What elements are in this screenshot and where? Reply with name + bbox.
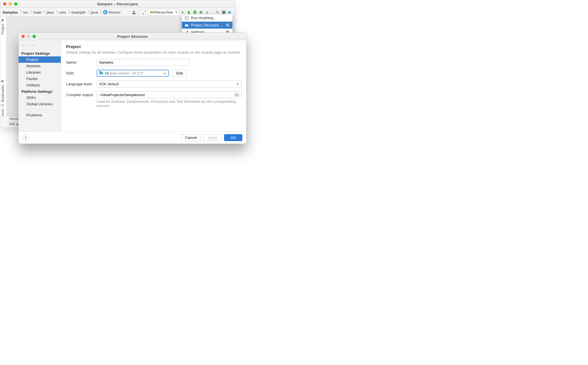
dialog-titlebar: Project Structure — [19, 33, 246, 40]
menu-label: Project Structure… — [191, 23, 223, 27]
help-icon[interactable]: ? — [22, 135, 29, 141]
breadcrumb-item[interactable]: src — [23, 10, 28, 14]
hammer-icon[interactable] — [142, 9, 147, 15]
sidebar-item-project[interactable]: Project — [19, 56, 61, 63]
menu-shortcut: ⌘; — [226, 23, 230, 27]
ok-button[interactable]: OK — [224, 134, 242, 141]
svg-rect-0 — [206, 11, 208, 13]
project-toolwindow-tab[interactable]: Project — [1, 19, 5, 34]
run-config-combo[interactable]: PersonTest — [148, 9, 179, 16]
sidebar-item-facets[interactable]: Facets — [19, 76, 61, 82]
browse-folder-icon[interactable] — [235, 93, 239, 97]
breadcrumb-class: Person — [109, 10, 120, 14]
apply-button[interactable]: Apply — [204, 134, 222, 141]
page-heading: Project — [66, 44, 241, 49]
vtab-label: Bookmarks — [1, 85, 5, 102]
breadcrumb-item[interactable]: example — [71, 10, 86, 14]
compiler-output-input[interactable] — [97, 91, 241, 98]
sidebar-separator — [21, 109, 58, 110]
dialog-footer: ? Cancel Apply OK — [19, 131, 246, 144]
edit-sdk-button[interactable]: Edit — [172, 70, 187, 77]
chevron-icon — [67, 10, 70, 14]
breadcrumb-item[interactable]: Samples — [2, 10, 18, 14]
sidebar-heading: Platform Settings — [19, 88, 61, 94]
run-config-label: PersonTest — [155, 10, 173, 14]
chevron-down-icon — [237, 84, 239, 85]
name-label: Name: — [66, 60, 97, 64]
breadcrumb-item[interactable]: java — [47, 10, 54, 14]
chevron-icon — [99, 10, 102, 14]
sidebar-item-sdks[interactable]: SDKs — [19, 94, 61, 101]
menu-project-structure[interactable]: Project Structure… ⌘; — [182, 22, 232, 29]
chevron-down-icon — [164, 73, 166, 74]
cancel-button[interactable]: Cancel — [181, 134, 201, 141]
titlebar: Samples – Person.java — [0, 0, 235, 8]
compiler-output-label: Compiler output: — [66, 93, 97, 97]
sdk-label: SDK: — [66, 71, 97, 75]
tool-window-strip: Project Bookmarks Structure — [0, 17, 6, 117]
project-structure-dialog: Project Structure ← → Project Settings P… — [18, 32, 247, 144]
sidebar-item-modules[interactable]: Modules — [19, 63, 61, 69]
sidebar-heading: Project Settings — [19, 50, 61, 56]
class-icon: C — [103, 10, 107, 14]
sidebar-item-global-libraries[interactable]: Global Libraries — [19, 101, 61, 107]
language-level-value: SDK default — [99, 82, 119, 86]
menu-run-anything[interactable]: Run Anything… — [182, 14, 232, 21]
menu-label: Run Anything… — [191, 16, 217, 20]
bookmarks-toolwindow-tab[interactable]: Bookmarks — [1, 80, 5, 102]
window-title: Samples – Person.java — [0, 2, 235, 6]
breadcrumb-item[interactable]: main — [34, 10, 42, 14]
user-icon[interactable] — [131, 9, 137, 15]
language-level-label: Language level: — [66, 82, 97, 86]
chevron-icon — [87, 10, 89, 14]
run-config-icon — [150, 11, 153, 14]
breadcrumb-item[interactable]: java — [91, 10, 98, 14]
chevron-icon — [43, 10, 46, 14]
svg-rect-1 — [185, 17, 188, 19]
sidebar-item-libraries[interactable]: Libraries — [19, 69, 61, 76]
chevron-icon — [55, 10, 58, 14]
sdk-combo[interactable]: 18java version "18.0.2" — [97, 70, 169, 77]
chevron-icon — [19, 10, 22, 14]
vtab-label: Project — [1, 24, 5, 34]
dialog-main: Project Default settings for all modules… — [61, 40, 246, 132]
page-description: Default settings for all modules. Config… — [66, 50, 241, 54]
folder-icon — [99, 71, 103, 75]
compiler-output-hint: Used for modules' subdirectories, Produc… — [97, 99, 241, 108]
breadcrumb-item[interactable]: com — [59, 10, 66, 14]
chevron-down-icon — [175, 12, 177, 13]
terminal-icon — [184, 16, 189, 20]
project-name-input[interactable] — [97, 59, 190, 66]
dialog-title: Project Structure — [19, 34, 246, 39]
breadcrumb-item[interactable]: C Person — [103, 10, 120, 14]
sdk-value: 18java version "18.0.2" — [105, 71, 144, 75]
back-icon[interactable]: ← — [21, 42, 26, 48]
chevron-icon — [30, 10, 32, 14]
dialog-sidebar: ← → Project Settings Project Modules Lib… — [19, 40, 61, 132]
sidebar-item-artifacts[interactable]: Artifacts — [19, 82, 61, 88]
folder-icon — [1, 19, 5, 22]
bookmark-icon — [1, 80, 5, 83]
project-structure-icon — [184, 23, 189, 28]
sidebar-item-problems[interactable]: Problems — [19, 112, 61, 118]
language-level-combo[interactable]: SDK default — [97, 81, 241, 88]
forward-icon[interactable]: → — [30, 42, 35, 48]
toolbar-sep — [139, 9, 139, 15]
structure-icon — [1, 104, 5, 107]
